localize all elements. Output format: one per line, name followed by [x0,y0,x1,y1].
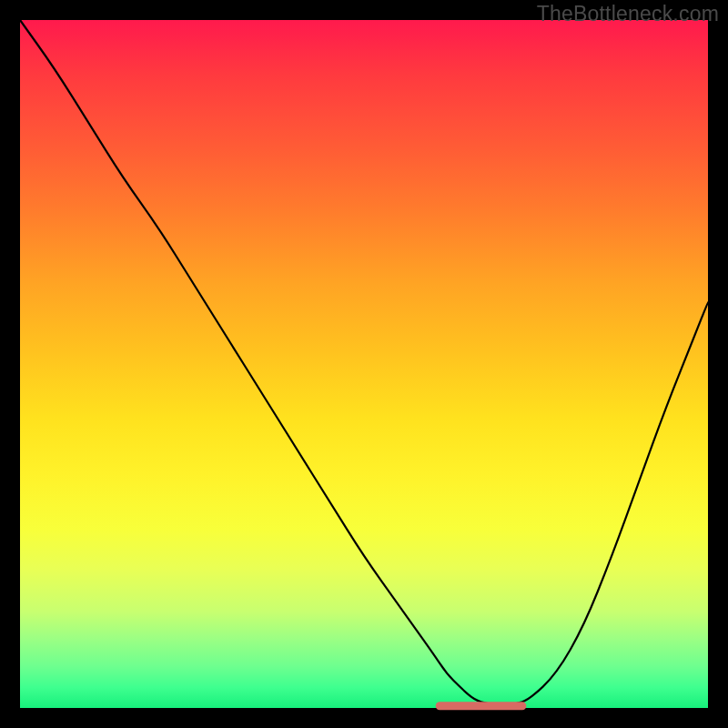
curve-svg [20,20,708,708]
chart-frame: TheBottleneck.com [0,0,728,728]
bottleneck-curve [20,20,708,705]
plot-area [20,20,708,708]
watermark-text: TheBottleneck.com [537,2,719,26]
